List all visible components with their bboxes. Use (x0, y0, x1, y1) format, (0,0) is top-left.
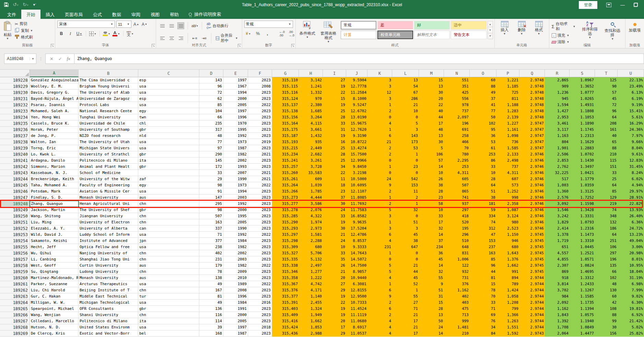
cell[interactable]: 45 (419, 256, 444, 263)
cell[interactable]: 315,241 (272, 158, 299, 164)
cell[interactable]: 991 (496, 269, 519, 275)
cell[interactable]: 2023 (248, 201, 272, 207)
cell[interactable]: Potsdam, Mark (30, 188, 79, 195)
accounting-format-button[interactable]: ¥▼ (245, 30, 252, 37)
cell[interactable]: esp (138, 77, 199, 83)
cell[interactable]: 3,264 (299, 114, 323, 120)
cell[interactable]: 4,171 (299, 287, 323, 293)
cell[interactable]: 1.1629 (570, 139, 595, 145)
cell[interactable]: Parker, Suezanne (30, 281, 79, 287)
cell[interactable]: 1997 (223, 324, 248, 330)
cell[interactable]: 1.0265 (570, 96, 595, 102)
cell[interactable]: 12.6702 (346, 108, 367, 114)
cell[interactable]: 36 (470, 133, 496, 139)
cell[interactable]: 403 (444, 300, 470, 306)
cell[interactable]: 1,901 (545, 145, 570, 151)
cell[interactable]: 0 (367, 114, 392, 120)
cell[interactable]: 219 (595, 201, 618, 207)
cell[interactable]: 1982 (223, 151, 248, 158)
cell[interactable]: 77 (470, 108, 496, 114)
cell[interactable]: Cassels, Bruce K. (30, 120, 79, 127)
cell[interactable]: 41 (470, 102, 496, 108)
cell[interactable]: 2.9746 (519, 201, 545, 207)
cell[interactable]: 37 (470, 96, 496, 102)
cell[interactable]: 2.9748 (519, 96, 545, 102)
cell[interactable]: 1,332 (299, 90, 323, 96)
cell[interactable]: 33 (323, 120, 346, 127)
cell[interactable]: 76 (470, 318, 496, 324)
cell[interactable]: Henan Agricultural Uni (79, 201, 138, 207)
cell[interactable]: 4,444 (299, 195, 323, 201)
cell[interactable]: 6.36% (618, 219, 644, 225)
align-top-icon[interactable] (159, 22, 166, 29)
cell[interactable]: 15 (470, 281, 496, 287)
cell[interactable]: 6.92% (618, 312, 644, 318)
cell[interactable]: 23 (419, 195, 444, 201)
cell[interactable]: 59 (470, 207, 496, 213)
cell[interactable]: 19.81% (618, 306, 644, 312)
cell[interactable]: 12.7620 (346, 127, 367, 133)
cell[interactable]: 290 (199, 151, 223, 158)
row-header[interactable]: 189230 (0, 90, 30, 96)
cell[interactable]: 14 (419, 164, 444, 170)
cell[interactable]: 9.5904 (346, 77, 367, 83)
cell[interactable]: 19 (323, 293, 346, 300)
cell[interactable]: 2,380 (299, 102, 323, 108)
cell[interactable]: 6.19% (618, 96, 644, 102)
row-header[interactable]: 189266 (0, 312, 30, 318)
cell[interactable]: 1,277 (299, 269, 323, 275)
cell[interactable]: 51 (392, 219, 419, 225)
column-header-I[interactable]: I (323, 70, 346, 77)
cell[interactable]: 4 (367, 324, 392, 330)
cell[interactable]: 2021 (248, 176, 272, 182)
row-header[interactable]: 189245 (0, 182, 30, 188)
cell[interactable]: 315,298 (272, 238, 299, 244)
number-dialog-launcher-icon[interactable]: ↘ (291, 44, 295, 47)
row-header[interactable]: 189263 (0, 293, 30, 300)
cell[interactable]: 210 (595, 151, 618, 158)
cell[interactable]: Spearpoint, Michael (30, 306, 79, 312)
cell[interactable]: 26 (323, 263, 346, 269)
cell[interactable]: 30 (419, 139, 444, 145)
cell[interactable]: 28.91% (618, 195, 644, 201)
cell[interactable]: 10.7333 (346, 300, 367, 306)
cell[interactable]: 9.3190 (346, 133, 367, 139)
cell[interactable]: 3,814 (545, 281, 570, 287)
cell[interactable]: Ardagna, Danilo (30, 158, 79, 164)
cell[interactable]: 51 (470, 188, 496, 195)
tab-view[interactable]: 视图 (145, 10, 165, 19)
cell[interactable]: 0 (392, 114, 419, 120)
cell[interactable]: 1.1430 (570, 158, 595, 164)
cell[interactable]: 17 (392, 318, 419, 324)
cell[interactable]: 2,295 (444, 158, 470, 164)
tell-me-search[interactable]: 操作说明搜索 (184, 10, 226, 19)
cell[interactable]: 1,222 (299, 275, 323, 281)
cell[interactable]: Arcturus Therapeutics (79, 281, 138, 287)
cell[interactable]: 2008 (248, 83, 272, 90)
style-normal[interactable]: 常规 (341, 21, 376, 30)
cell[interactable]: 2.9746 (519, 151, 545, 158)
cell[interactable]: 33 (470, 164, 496, 170)
cell[interactable]: 2023 (248, 238, 272, 244)
cell[interactable]: 9 (367, 293, 392, 300)
cell[interactable]: 1,221 (496, 77, 519, 83)
cell[interactable]: 315,358 (272, 275, 299, 281)
cell[interactable]: 2.9745 (519, 256, 545, 263)
cell[interactable]: 3,728 (299, 164, 323, 170)
cell[interactable]: gbr (138, 151, 199, 158)
tab-formulas[interactable]: 公式 (88, 10, 107, 19)
cell[interactable]: Tunghai University (79, 114, 138, 120)
cell[interactable]: 2021 (248, 170, 272, 176)
cell[interactable]: 30 (323, 201, 346, 207)
cell[interactable]: 315,273 (272, 195, 299, 201)
cell[interactable]: 2005 (223, 318, 248, 324)
copy-button[interactable]: 复制 ▼ (14, 27, 34, 34)
cell[interactable]: 315,115 (272, 83, 299, 90)
align-left-icon[interactable] (159, 35, 166, 42)
row-header[interactable]: 189233 (0, 108, 30, 114)
cell[interactable]: 2023 (248, 250, 272, 256)
cell[interactable]: 1.3312 (570, 275, 595, 281)
cell[interactable]: 66 (595, 269, 618, 275)
cell[interactable]: jpn (138, 238, 199, 244)
cell[interactable]: 315,193 (272, 139, 299, 145)
